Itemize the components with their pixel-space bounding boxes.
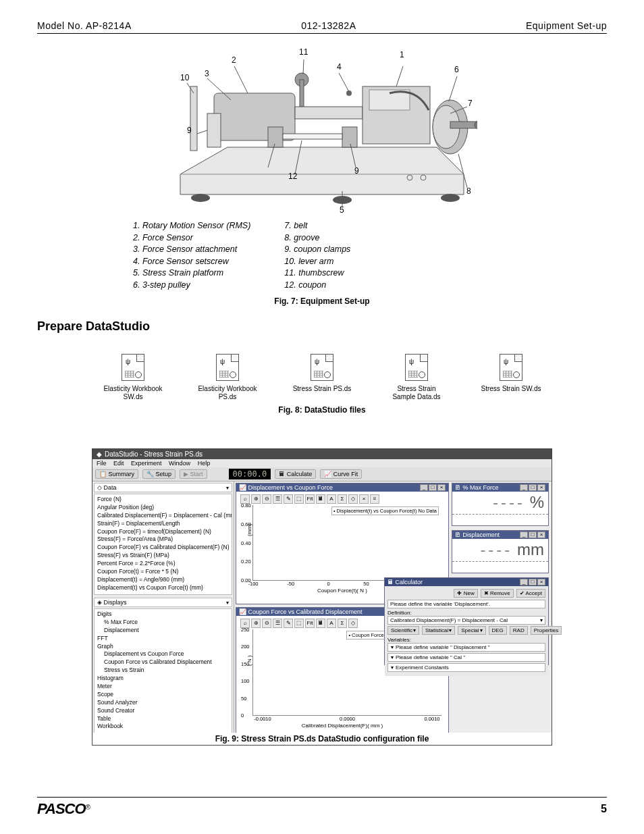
- tree-item[interactable]: FFT: [97, 635, 230, 643]
- calc-definition[interactable]: Calibrated Displacement(F) = Displacemen…: [387, 616, 545, 625]
- figure-8-caption: Fig. 8: DataStudio files: [37, 405, 607, 415]
- callout-5: 5: [340, 205, 344, 215]
- legend-item: 8. groove: [284, 232, 350, 244]
- figure-7-caption: Fig. 7: Equipment Set-up: [133, 296, 511, 306]
- callout-7: 7: [468, 99, 473, 108]
- calc-var[interactable]: Please define variable " Displacement ": [387, 643, 545, 652]
- pct-window[interactable]: 🖹 % Max Force _□× ---- %: [452, 483, 549, 526]
- callout-12: 12: [288, 172, 297, 181]
- legend-item: 6. 3-step pulley: [133, 280, 250, 292]
- tree-item[interactable]: Strain(F) = Displacement/Length: [97, 520, 230, 528]
- tree-item[interactable]: Stress vs Strain: [97, 667, 230, 675]
- maximize-icon[interactable]: □: [529, 484, 537, 491]
- file-item[interactable]: ψ Stress Strain SW.ds: [481, 354, 541, 401]
- start-button[interactable]: ▶ Start: [180, 469, 207, 479]
- minimize-icon[interactable]: _: [520, 484, 528, 491]
- tree-item[interactable]: % Max Force: [97, 619, 230, 627]
- tree-item[interactable]: Coupon Force(F) = timeof(Displacement) (…: [97, 528, 230, 536]
- file-item[interactable]: ψ Stress Strain Sample Data.ds: [386, 354, 447, 401]
- calculator-window[interactable]: 🖩 Calculator _□× ✚ New ✖ Remove ✔ Accept…: [384, 577, 549, 665]
- close-icon[interactable]: ×: [537, 531, 545, 538]
- displays-tree[interactable]: Digits % Max Force Displacement FFT Grap…: [94, 608, 232, 744]
- tree-item[interactable]: Graph: [97, 643, 230, 651]
- tree-item[interactable]: Digits: [97, 610, 230, 619]
- tree-item[interactable]: Table: [97, 715, 230, 723]
- section-heading: Prepare DataStudio: [37, 319, 607, 334]
- tree-item[interactable]: Force (N): [97, 496, 230, 504]
- calc-remove-button[interactable]: ✖ Remove: [481, 589, 514, 598]
- calculate-button[interactable]: 🖩 Calculate: [275, 469, 316, 479]
- calc-accept-button[interactable]: ✔ Accept: [516, 589, 545, 598]
- calc-new-button[interactable]: ✚ New: [454, 589, 477, 598]
- svg-marker-0: [180, 147, 464, 194]
- calc-cat[interactable]: Scientific: [387, 626, 419, 635]
- tree-item[interactable]: Histogram: [97, 675, 230, 683]
- tree-item[interactable]: Calibrated Displacement(F) = Displacemen…: [97, 512, 230, 520]
- tree-item[interactable]: Displacement vs Coupon Force: [97, 650, 230, 658]
- calc-exp-const[interactable]: Experiment Constants: [387, 663, 545, 672]
- tree-item[interactable]: Coupon Force vs Calibrated Displacement: [97, 658, 230, 667]
- svg-line-35: [303, 59, 304, 74]
- maximize-icon[interactable]: □: [429, 484, 437, 491]
- file-item[interactable]: ψ Elasticity Workbook SW.ds: [103, 354, 163, 401]
- tree-item[interactable]: Sound Creator: [97, 707, 230, 715]
- menu-file[interactable]: File: [97, 460, 107, 467]
- window-titlebar[interactable]: ◆ DataStudio - Stress Strain PS.ds: [92, 449, 552, 459]
- disp-window[interactable]: 🖹 Displacement _□× ---- mm: [452, 530, 549, 573]
- calc-cat[interactable]: Special: [458, 626, 485, 635]
- tree-item[interactable]: Percent Force = 2.2*Force (%): [97, 560, 230, 568]
- tree-item[interactable]: Coupon Force(t) = Force * 5 (N): [97, 568, 230, 576]
- maximize-icon[interactable]: □: [529, 531, 537, 538]
- datastudio-file-icon: ψ: [311, 354, 333, 381]
- figure-7-legend: 1. Rotary Motion Sensor (RMS) 2. Force S…: [133, 220, 511, 291]
- close-icon[interactable]: ×: [437, 484, 446, 491]
- tree-item[interactable]: Displacement: [97, 627, 230, 635]
- tree-item[interactable]: Displacement(t) = Angle/980 (mm): [97, 576, 230, 584]
- data-tree[interactable]: Force (N) Angular Position (deg) Calibra…: [94, 494, 232, 595]
- tree-item[interactable]: Displacement(t) vs Coupon Force(t) (mm): [97, 584, 230, 592]
- callout-9b: 9: [354, 166, 359, 176]
- menubar[interactable]: File Edit Experiment Window Help: [92, 459, 552, 467]
- svg-rect-9: [300, 80, 304, 107]
- calc-cat[interactable]: DEG: [489, 626, 507, 635]
- setup-button[interactable]: 🔧 Setup: [142, 469, 176, 479]
- left-panel: ◇ Data Force (N) Angular Position (deg) …: [92, 481, 234, 745]
- file-item[interactable]: ψ Elasticity Workbook PS.ds: [197, 354, 258, 401]
- figure-9-caption: Fig. 9: Stress Strain PS.ds DataStudio c…: [92, 733, 552, 745]
- file-item[interactable]: ψ Stress Strain PS.ds: [292, 354, 352, 401]
- tree-item[interactable]: Workbook: [97, 723, 230, 731]
- tree-item[interactable]: Meter: [97, 683, 230, 691]
- calc-cat[interactable]: Properties: [531, 626, 562, 635]
- tree-item[interactable]: Coupon Force(F) vs Calibrated Displaceme…: [97, 544, 230, 552]
- menu-help[interactable]: Help: [198, 460, 211, 467]
- legend-item: 2. Force Sensor: [133, 232, 250, 244]
- minimize-icon[interactable]: _: [520, 579, 528, 585]
- calc-cat[interactable]: RAD: [510, 626, 528, 635]
- tree-item[interactable]: Stress(F) vs Strain(F) (MPa): [97, 552, 230, 560]
- callout-2: 2: [232, 55, 236, 65]
- maximize-icon[interactable]: □: [529, 579, 537, 585]
- tree-item[interactable]: Angular Position (deg): [97, 504, 230, 512]
- tree-item[interactable]: Scope: [97, 691, 230, 699]
- calc-var[interactable]: Please define variable " Cal ": [387, 653, 545, 662]
- callout-11: 11: [299, 47, 308, 57]
- minimize-icon[interactable]: _: [420, 484, 428, 491]
- callout-1: 1: [400, 50, 404, 59]
- displays-panel-header[interactable]: ◈ Displays: [94, 598, 232, 607]
- menu-window[interactable]: Window: [169, 460, 190, 467]
- legend-item: 1. Rotary Motion Sensor (RMS): [133, 220, 250, 232]
- curvefit-button[interactable]: 📈 Curve Fit: [320, 469, 362, 479]
- summary-button[interactable]: 📋 Summary: [95, 469, 138, 479]
- datastudio-file-icon: ψ: [500, 354, 522, 381]
- tree-item[interactable]: Stress(F) = Force/Area (MPa): [97, 536, 230, 544]
- legend-item: 5. Stress Strain platform: [133, 267, 250, 280]
- close-icon[interactable]: ×: [537, 579, 545, 585]
- close-icon[interactable]: ×: [537, 484, 545, 491]
- menu-edit[interactable]: Edit: [113, 460, 124, 467]
- data-panel-header[interactable]: ◇ Data: [94, 483, 232, 492]
- graph-toolbar[interactable]: ⌕⊕⊖☰✎⬚Fit🖩AΣ◇×≡: [240, 494, 444, 504]
- calc-cat[interactable]: Statistical: [422, 626, 455, 635]
- menu-experiment[interactable]: Experiment: [131, 460, 162, 467]
- minimize-icon[interactable]: _: [520, 531, 528, 538]
- tree-item[interactable]: Sound Analyzer: [97, 699, 230, 707]
